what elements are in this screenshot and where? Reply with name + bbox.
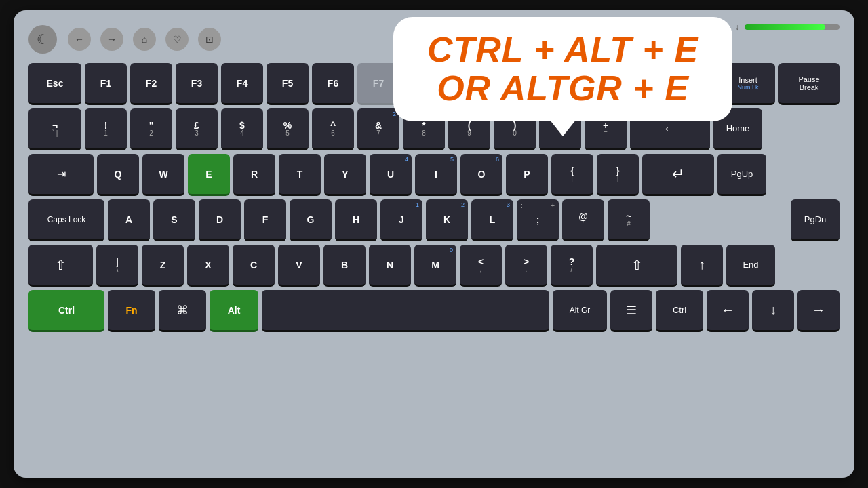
key-alt[interactable]: Alt bbox=[210, 290, 258, 332]
key-2[interactable]: " 2 bbox=[130, 108, 172, 150]
key-q[interactable]: Q bbox=[97, 154, 139, 196]
indicator-bar-bg bbox=[745, 24, 840, 30]
key-hash[interactable]: ~ # bbox=[608, 199, 650, 241]
key-v[interactable]: V bbox=[278, 245, 320, 287]
media-icons: ← → ⌂ ♡ ⊡ bbox=[68, 28, 221, 51]
key-f3[interactable]: F3 bbox=[176, 63, 218, 105]
key-l[interactable]: 3 L bbox=[471, 199, 513, 241]
key-k[interactable]: 2 K bbox=[426, 199, 468, 241]
key-altgr[interactable]: Alt Gr bbox=[553, 290, 607, 332]
key-m[interactable]: 0 M bbox=[414, 245, 456, 287]
key-1[interactable]: ! 1 bbox=[85, 108, 127, 150]
key-left[interactable]: ← bbox=[707, 290, 749, 332]
key-tab[interactable]: ⇥ bbox=[28, 154, 94, 196]
zxcv-row: ⇧ | \ Z X C V B N 0 M < , > . bbox=[28, 245, 840, 287]
key-semicolon[interactable]: : + ; bbox=[517, 199, 559, 241]
bubble-line1: Ctrl + Alt + E bbox=[414, 30, 712, 69]
key-f4[interactable]: F4 bbox=[221, 63, 263, 105]
key-j[interactable]: 1 J bbox=[380, 199, 422, 241]
key-period[interactable]: > . bbox=[505, 245, 547, 287]
indicator-bar-fill bbox=[745, 24, 825, 30]
key-capslock[interactable]: Caps Lock bbox=[28, 199, 104, 241]
key-close-bracket[interactable]: } ] bbox=[597, 154, 639, 196]
key-r[interactable]: R bbox=[233, 154, 275, 196]
key-f1[interactable]: F1 bbox=[85, 63, 127, 105]
key-slash[interactable]: ? / bbox=[551, 245, 593, 287]
keyboard-container: Ctrl + Alt + E or AltGr + E ☾ ← → ⌂ ♡ ⊡ … bbox=[14, 10, 854, 478]
key-4[interactable]: $ 4 bbox=[221, 108, 263, 150]
key-open-bracket[interactable]: { [ bbox=[551, 154, 593, 196]
key-pgup[interactable]: PgUp bbox=[717, 154, 766, 196]
back-icon[interactable]: ← bbox=[68, 28, 91, 51]
key-cmd[interactable]: ⌘ bbox=[159, 290, 206, 332]
moon-button[interactable]: ☾ bbox=[28, 25, 57, 54]
key-y[interactable]: Y bbox=[324, 154, 366, 196]
home-row: Caps Lock A S D F G H 1 J 2 K 3 L : + bbox=[28, 199, 840, 241]
key-n[interactable]: N bbox=[369, 245, 411, 287]
favorite-icon[interactable]: ♡ bbox=[165, 28, 189, 51]
key-x[interactable]: X bbox=[187, 245, 229, 287]
key-c[interactable]: C bbox=[233, 245, 275, 287]
key-end[interactable]: End bbox=[726, 245, 775, 287]
key-5[interactable]: % 5 bbox=[267, 108, 309, 150]
key-a[interactable]: A bbox=[108, 199, 150, 241]
key-pause[interactable]: Pause Break bbox=[778, 63, 840, 105]
key-b[interactable]: B bbox=[323, 245, 366, 287]
key-t[interactable]: T bbox=[279, 154, 321, 196]
key-3[interactable]: £ 3 bbox=[176, 108, 218, 150]
key-shift-left[interactable]: ⇧ bbox=[28, 245, 93, 287]
shortcut-bubble: Ctrl + Alt + E or AltGr + E bbox=[393, 17, 732, 121]
key-down[interactable]: ↓ bbox=[752, 290, 794, 332]
key-space[interactable] bbox=[262, 290, 549, 332]
key-e[interactable]: E bbox=[188, 154, 230, 196]
key-i[interactable]: 5 I bbox=[415, 154, 457, 196]
key-right[interactable]: → bbox=[797, 290, 840, 332]
key-menu[interactable]: ☰ bbox=[610, 290, 652, 332]
key-f5[interactable]: F5 bbox=[267, 63, 309, 105]
key-g[interactable]: G bbox=[290, 199, 332, 241]
key-u[interactable]: 4 U bbox=[370, 154, 412, 196]
key-ctrl-left[interactable]: Ctrl bbox=[28, 290, 104, 332]
key-enter[interactable]: ↵ bbox=[642, 154, 714, 196]
key-pipe[interactable]: | \ bbox=[96, 245, 138, 287]
key-backtick[interactable]: ¬ ` | bbox=[28, 108, 81, 150]
key-up[interactable]: ↑ bbox=[681, 245, 723, 287]
key-quote[interactable]: @ ' bbox=[562, 199, 604, 241]
key-comma[interactable]: < , bbox=[460, 245, 502, 287]
key-shift-right[interactable]: ⇧ bbox=[596, 245, 677, 287]
bottom-row: Ctrl Fn ⌘ Alt Alt Gr ☰ Ctrl bbox=[28, 290, 840, 332]
bubble-line2: or AltGr + E bbox=[414, 69, 712, 108]
key-d[interactable]: D bbox=[199, 199, 241, 241]
key-6[interactable]: ^ 6 bbox=[312, 108, 354, 150]
key-o[interactable]: 6 O bbox=[460, 154, 502, 196]
key-f2[interactable]: F2 bbox=[130, 63, 172, 105]
key-ctrl-right[interactable]: Ctrl bbox=[656, 290, 703, 332]
key-7[interactable]: 2 & 7 bbox=[357, 108, 399, 150]
key-z[interactable]: Z bbox=[142, 245, 184, 287]
key-fn[interactable]: Fn bbox=[108, 290, 155, 332]
key-pgdn[interactable]: PgDn bbox=[791, 199, 840, 241]
indicator-down-label: ↓ bbox=[735, 22, 739, 32]
key-s[interactable]: S bbox=[153, 199, 195, 241]
forward-icon[interactable]: → bbox=[100, 28, 123, 51]
key-esc[interactable]: Esc bbox=[28, 63, 81, 105]
screen-icon[interactable]: ⊡ bbox=[198, 28, 221, 51]
indicator-row: A ↓ bbox=[724, 22, 840, 32]
qwerty-row: ⇥ Q W E R T Y 4 U 5 I 6 O P { [ bbox=[28, 154, 840, 196]
home-icon[interactable]: ⌂ bbox=[133, 28, 156, 51]
key-f[interactable]: F bbox=[244, 199, 286, 241]
key-h[interactable]: H bbox=[335, 199, 377, 241]
key-p[interactable]: P bbox=[506, 154, 548, 196]
key-f6[interactable]: F6 bbox=[312, 63, 354, 105]
indicators: A ↓ bbox=[724, 22, 840, 32]
key-w[interactable]: W bbox=[142, 154, 184, 196]
